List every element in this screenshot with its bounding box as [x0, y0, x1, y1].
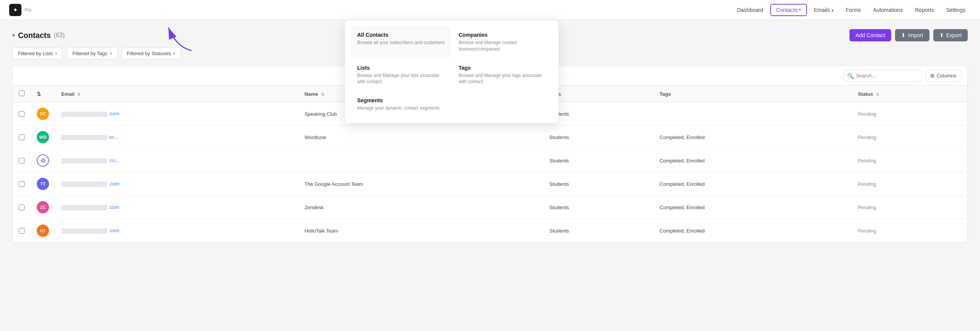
email-domain: co...: [109, 134, 118, 140]
row-lists-cell: Students: [543, 196, 653, 219]
row-email-cell: .com: [55, 102, 298, 126]
select-all-checkbox[interactable]: [19, 90, 24, 96]
row-checkbox[interactable]: [19, 158, 24, 164]
dropdown-item-tags[interactable]: Tags Browse and Manage your tags associa…: [452, 59, 552, 91]
search-input[interactable]: [856, 73, 917, 79]
row-name-cell: Zendesk: [298, 196, 543, 219]
chevron-down-icon: ▾: [55, 51, 57, 56]
columns-icon: ⊞: [930, 73, 934, 79]
row-lists-cell: Students: [543, 102, 653, 126]
email-blurred: [61, 111, 107, 117]
row-status-cell: Pending: [852, 149, 967, 172]
dropdown-item-desc: Browse and Manage your tags associate wi…: [459, 72, 546, 85]
nav-forms[interactable]: Forms: [840, 5, 866, 15]
th-status: Status ⇅: [852, 86, 967, 102]
contacts-dropdown-menu: All Contacts Browse all your subscribers…: [345, 20, 559, 123]
row-email-cell: .com: [55, 196, 298, 219]
nav-emails[interactable]: Emails ▾: [808, 5, 839, 15]
nav-automations[interactable]: Automations: [868, 5, 908, 15]
avatar: ZE: [37, 201, 49, 213]
add-contact-button[interactable]: Add Contact: [849, 29, 891, 41]
filter-lists-button[interactable]: Filtered by Lists ▾: [12, 48, 63, 59]
row-name-cell: The Google Account Team: [298, 172, 543, 196]
row-select-cell: [13, 149, 31, 172]
dropdown-item-companies[interactable]: Companies Browse and Manage contact busi…: [452, 26, 552, 58]
search-icon: 🔍: [847, 73, 854, 79]
chevron-down-icon: ▾: [173, 51, 175, 56]
row-tags-cell: [653, 102, 852, 126]
th-sort: ⇅: [31, 86, 55, 102]
sort-icon[interactable]: ⇅: [37, 91, 41, 97]
th-email: Email ⇅: [55, 86, 298, 102]
row-lists-cell: Students: [543, 126, 653, 149]
status-badge: Pending: [858, 111, 876, 117]
row-select-cell: [13, 172, 31, 196]
row-avatar-cell: SC: [31, 102, 55, 126]
row-checkbox[interactable]: [19, 205, 24, 210]
nav-contacts[interactable]: Contacts ▾: [770, 4, 807, 16]
filter-statuses-button[interactable]: Filtered by Statuses ▾: [121, 48, 181, 59]
sort-status-icon[interactable]: ⇅: [876, 92, 879, 97]
email-blurred: [61, 182, 107, 187]
sort-name-icon[interactable]: ⇅: [321, 92, 324, 97]
email-blurred: [61, 135, 107, 140]
row-checkbox[interactable]: [19, 181, 24, 187]
dropdown-item-title: Companies: [459, 32, 546, 38]
dropdown-item-desc: Browse and Manage contact business/compa…: [459, 39, 546, 52]
row-checkbox[interactable]: [19, 228, 24, 234]
row-tags-cell: Completed, Enrolled: [653, 149, 852, 172]
status-badge: Pending: [858, 158, 876, 164]
row-avatar-cell: TT: [31, 172, 55, 196]
row-status-cell: Pending: [852, 196, 967, 219]
table-row: ⏻ :co... Students Completed, Enrolled Pe…: [13, 149, 967, 172]
nav-settings[interactable]: Settings: [941, 5, 971, 15]
avatar: HT: [37, 224, 49, 237]
row-status-cell: Pending: [852, 219, 967, 243]
row-name-cell: Wordtune: [298, 126, 543, 149]
app-logo[interactable]: ✦ Pro: [9, 4, 32, 16]
filter-tags-button[interactable]: Filtered by Tags ▾: [67, 48, 118, 59]
logo-pro-label: Pro: [24, 7, 32, 13]
row-status-cell: Pending: [852, 126, 967, 149]
header-actions: Add Contact ⬇ Import ⬆ Export: [849, 29, 968, 41]
email-blurred: [61, 228, 107, 234]
avatar: ⏻: [37, 154, 49, 167]
email-domain: .com: [109, 181, 119, 187]
row-email-cell: .com: [55, 172, 298, 196]
sort-email-icon[interactable]: ⇅: [77, 92, 80, 97]
collapse-icon[interactable]: ▾: [12, 32, 15, 38]
status-badge: Pending: [858, 228, 876, 234]
row-checkbox[interactable]: [19, 134, 24, 140]
logo-icon: ✦: [9, 4, 21, 16]
chevron-down-icon: ▾: [110, 51, 112, 56]
table-row: TT .com The Google Account Team Students…: [13, 172, 967, 196]
row-select-cell: [13, 102, 31, 126]
search-box[interactable]: 🔍: [843, 70, 921, 82]
th-select: [13, 86, 31, 102]
row-status-cell: Pending: [852, 172, 967, 196]
page-title-row: ▾ Contacts (63): [12, 31, 65, 40]
row-select-cell: [13, 126, 31, 149]
export-button[interactable]: ⬆ Export: [933, 29, 968, 41]
email-domain: .com: [109, 111, 119, 116]
import-icon: ⬇: [901, 32, 906, 38]
nav-dashboard[interactable]: Dashboard: [732, 5, 769, 15]
dropdown-item-all-contacts[interactable]: All Contacts Browse all your subscribers…: [351, 26, 451, 58]
columns-button[interactable]: ⊞ Columns: [925, 70, 961, 82]
dropdown-item-segments[interactable]: Segments Manage your dynamic contact seg…: [351, 92, 451, 117]
table-row: WO co... Wordtune Students Completed, En…: [13, 126, 967, 149]
th-tags: Tags: [653, 86, 852, 102]
row-lists-cell: Students: [543, 149, 653, 172]
dropdown-item-desc: Browse and Manage your lists associate w…: [357, 72, 445, 85]
dropdown-item-title: Lists: [357, 65, 445, 71]
email-blurred: [61, 158, 107, 164]
row-avatar-cell: ⏻: [31, 149, 55, 172]
top-navigation: ✦ Pro Dashboard Contacts ▾ Emails ▾ Form…: [0, 0, 980, 20]
row-checkbox[interactable]: [19, 111, 24, 117]
row-status-cell: Pending: [852, 102, 967, 126]
table-row: ZE .com Zendesk Students Completed, Enro…: [13, 196, 967, 219]
row-name-cell: HelloTalk Team: [298, 219, 543, 243]
nav-reports[interactable]: Reports: [910, 5, 939, 15]
dropdown-item-lists[interactable]: Lists Browse and Manage your lists assoc…: [351, 59, 451, 91]
import-button[interactable]: ⬇ Import: [895, 29, 929, 41]
